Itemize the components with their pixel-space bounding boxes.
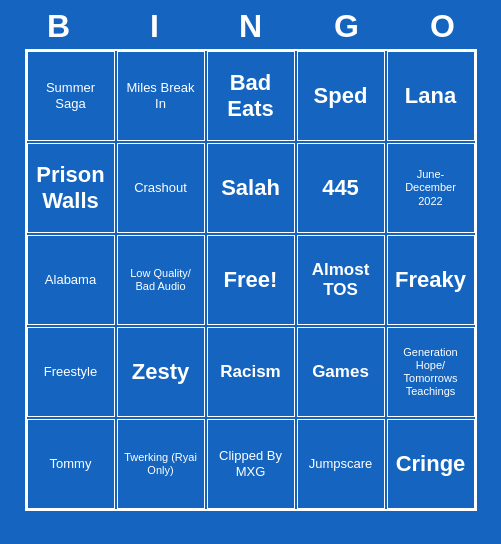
cell-r0-c1: Miles Break In <box>117 51 205 141</box>
cell-r0-c4: Lana <box>387 51 475 141</box>
bingo-letter-o: O <box>399 8 487 45</box>
cell-r2-c2: Free! <box>207 235 295 325</box>
bingo-letter-b: B <box>15 8 103 45</box>
cell-r4-c2: Clipped By MXG <box>207 419 295 509</box>
cell-r3-c1: Zesty <box>117 327 205 417</box>
cell-r4-c0: Tommy <box>27 419 115 509</box>
bingo-letter-i: I <box>111 8 199 45</box>
cell-r1-c0: Prison Walls <box>27 143 115 233</box>
cell-r2-c4: Freaky <box>387 235 475 325</box>
cell-r1-c3: 445 <box>297 143 385 233</box>
cell-r2-c1: Low Quality/ Bad Audio <box>117 235 205 325</box>
cell-r3-c2: Racism <box>207 327 295 417</box>
cell-r1-c4: June-December 2022 <box>387 143 475 233</box>
cell-r1-c2: Salah <box>207 143 295 233</box>
cell-r0-c3: Sped <box>297 51 385 141</box>
cell-r2-c3: Almost TOS <box>297 235 385 325</box>
cell-r4-c4: Cringe <box>387 419 475 509</box>
cell-r4-c1: Twerking (Ryai Only) <box>117 419 205 509</box>
bingo-header: BINGO <box>11 0 491 49</box>
cell-r0-c2: Bad Eats <box>207 51 295 141</box>
cell-r0-c0: Summer Saga <box>27 51 115 141</box>
cell-r4-c3: Jumpscare <box>297 419 385 509</box>
bingo-grid: Summer SagaMiles Break InBad EatsSpedLan… <box>25 49 477 511</box>
cell-r3-c0: Freestyle <box>27 327 115 417</box>
cell-r1-c1: Crashout <box>117 143 205 233</box>
cell-r3-c4: Generation Hope/ Tomorrows Teachings <box>387 327 475 417</box>
cell-r2-c0: Alabama <box>27 235 115 325</box>
bingo-letter-n: N <box>207 8 295 45</box>
bingo-letter-g: G <box>303 8 391 45</box>
cell-r3-c3: Games <box>297 327 385 417</box>
